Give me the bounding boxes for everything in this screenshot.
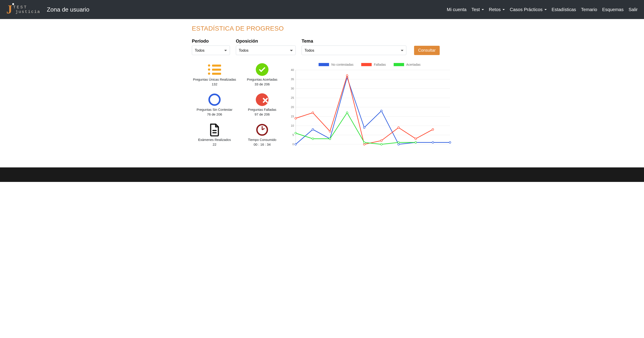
svg-point-41 (312, 138, 314, 140)
svg-text:25: 25 (291, 96, 294, 99)
svg-point-43 (346, 112, 348, 114)
stat-preguntas-acertadas: Preguntas Acertadas 33 de 206 (240, 63, 285, 86)
tema-select[interactable]: Todos (302, 45, 406, 55)
nav-label: Salir (628, 7, 638, 12)
nav-estadisticas[interactable]: Estadísticas (552, 7, 576, 12)
caret-down-icon (544, 9, 547, 10)
caret-down-icon (502, 9, 505, 10)
filters-row: Período Todos Oposición Todos Tema Todos… (192, 38, 452, 55)
stat-preguntas-unicas: Preguntas Únicas Realizadas 132 (192, 63, 237, 86)
stat-value: 00 : 16 : 34 (254, 142, 270, 146)
svg-text:40: 40 (291, 68, 294, 72)
oposicion-label: Oposición (236, 38, 296, 44)
svg-point-38 (415, 138, 416, 140)
svg-text:20: 20 (291, 106, 294, 109)
stat-value: 132 (212, 82, 217, 86)
stat-title: Preguntas Únicas Realizadas (193, 78, 236, 81)
legend-swatch-red (361, 63, 372, 66)
svg-point-44 (364, 142, 365, 143)
stat-value: 22 (213, 142, 216, 146)
page-title: ESTADÍSTICA DE PROGRESO (192, 25, 452, 32)
svg-point-46 (398, 142, 400, 143)
nav-links: Mi cuenta Test Retos Casos Prácticos Est… (447, 7, 638, 12)
nav-casos-practicos[interactable]: Casos Prácticos (510, 7, 547, 12)
svg-point-36 (380, 140, 382, 142)
svg-point-35 (364, 143, 365, 145)
svg-text:30: 30 (291, 87, 294, 90)
svg-text:15: 15 (291, 115, 294, 118)
svg-text:10: 10 (291, 124, 294, 127)
legend-falladas[interactable]: Falladas (361, 63, 386, 66)
periodo-select[interactable]: Todos (192, 45, 230, 55)
nav-label: Esquemas (602, 7, 624, 12)
nav-temario[interactable]: Temario (581, 7, 597, 12)
document-icon (207, 123, 222, 137)
logo-text: TEST justicia (13, 5, 40, 14)
navbar: J TEST justicia Zona de usuario Mi cuent… (0, 0, 644, 19)
nav-label: Estadísticas (552, 7, 576, 12)
svg-point-45 (380, 143, 382, 145)
svg-point-30 (449, 142, 451, 143)
stat-title: Preguntas Acertadas (247, 78, 278, 81)
chart-panel: No contestadas Falladas Acertadas 051015… (287, 63, 452, 147)
nav-label: Temario (581, 7, 597, 12)
stat-title: Exámenes Realizados (198, 138, 231, 142)
main-row: Preguntas Únicas Realizadas 132 Pregunta… (192, 63, 452, 147)
periodo-label: Período (192, 38, 230, 44)
nav-label: Retos (489, 7, 501, 12)
stat-title: Tiempo Consumido (248, 138, 276, 142)
nav-esquemas[interactable]: Esquemas (602, 7, 624, 12)
x-circle-icon (255, 93, 270, 106)
legend-acertadas[interactable]: Acertadas (394, 63, 421, 66)
ring-icon (207, 93, 222, 106)
svg-point-40 (295, 132, 296, 134)
svg-point-33 (329, 130, 331, 132)
stat-falladas: Preguntas Falladas 97 de 206 (240, 93, 285, 116)
svg-text:0: 0 (292, 143, 294, 146)
nav-mi-cuenta[interactable]: Mi cuenta (447, 7, 466, 12)
filter-tema: Tema Todos (302, 38, 406, 55)
legend-label: Falladas (374, 63, 386, 66)
stat-title: Preguntas Sin Contestar (196, 108, 232, 111)
nav-salir[interactable]: Salir (628, 7, 638, 12)
legend-no-contestadas[interactable]: No contestadas (318, 63, 353, 66)
oposicion-select[interactable]: Todos (236, 45, 296, 55)
nav-test[interactable]: Test (472, 7, 484, 12)
svg-point-42 (329, 138, 331, 140)
svg-text:5: 5 (292, 133, 294, 137)
filter-periodo: Período Todos (192, 38, 230, 55)
svg-point-29 (432, 142, 434, 143)
nav-retos[interactable]: Retos (489, 7, 505, 12)
stat-examenes: Exámenes Realizados 22 (192, 123, 237, 146)
chart-legend: No contestadas Falladas Acertadas (287, 63, 452, 66)
stat-title: Preguntas Falladas (248, 108, 276, 111)
svg-point-26 (380, 110, 382, 112)
legend-label: No contestadas (331, 63, 353, 66)
svg-point-27 (398, 143, 400, 145)
list-icon (207, 63, 222, 76)
check-circle-icon (255, 63, 270, 76)
chart-box: 0510152025303540 (287, 68, 452, 147)
svg-point-22 (312, 128, 314, 130)
svg-point-25 (364, 127, 365, 128)
legend-label: Acertadas (406, 63, 421, 66)
stat-tiempo: Tiempo Consumido 00 : 16 : 34 (240, 123, 285, 146)
svg-text:35: 35 (291, 78, 294, 81)
stat-value: 76 de 206 (207, 112, 222, 116)
stats-grid: Preguntas Únicas Realizadas 132 Pregunta… (192, 63, 285, 146)
page-footer (0, 167, 644, 182)
logo-line2: justicia (16, 9, 40, 14)
consultar-button[interactable]: Consultar (414, 46, 440, 55)
stat-sin-contestar: Preguntas Sin Contestar 76 de 206 (192, 93, 237, 116)
svg-point-21 (295, 143, 296, 145)
svg-point-31 (295, 117, 296, 119)
svg-point-32 (312, 112, 314, 114)
svg-point-47 (415, 142, 416, 143)
tema-label: Tema (302, 38, 406, 44)
line-chart: 0510152025303540 (287, 68, 452, 147)
legend-swatch-blue (318, 63, 329, 66)
stat-value: 33 de 206 (255, 82, 270, 86)
logo-line1: TEST (13, 5, 40, 9)
svg-point-34 (346, 75, 348, 77)
brand[interactable]: J TEST justicia Zona de usuario (6, 4, 89, 15)
